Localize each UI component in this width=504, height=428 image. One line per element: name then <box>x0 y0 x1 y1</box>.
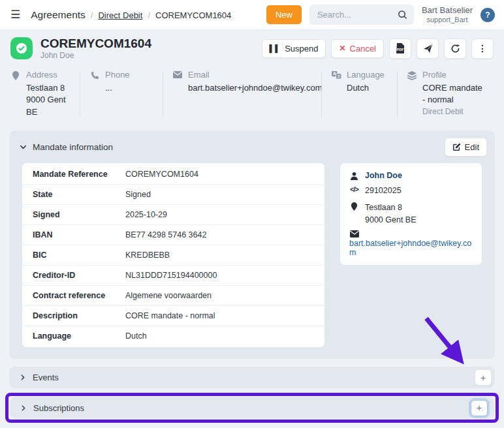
language-value: Dutch <box>347 82 385 95</box>
edit-button[interactable]: Edit <box>445 138 487 157</box>
envelope-icon <box>349 228 359 237</box>
new-button[interactable]: New <box>266 5 302 24</box>
address-line2: 9000 Gent BE <box>26 94 71 119</box>
phone-icon <box>89 70 100 119</box>
field-label: Mandate Reference <box>33 170 119 179</box>
breadcrumb-current: COREMYCOM1604 <box>155 10 231 20</box>
field-row: DescriptionCORE mandate - normal <box>22 306 324 326</box>
chevron-down-icon <box>20 144 27 151</box>
subscriptions-title: Subscriptions <box>33 403 84 413</box>
suspend-label: Suspend <box>285 44 318 54</box>
add-subscription-button[interactable]: + <box>471 400 488 416</box>
customer-address-line2: 9000 Gent BE <box>365 215 417 224</box>
field-row: Creditor-IDNL31DDD715194400000 <box>22 266 324 286</box>
envelope-icon <box>172 70 183 119</box>
phone-block: Phone ... <box>89 70 163 119</box>
divider <box>163 71 163 118</box>
field-label: Language <box>33 331 119 341</box>
profile-value: CORE mandate - normal <box>422 82 484 107</box>
mandate-information-header[interactable]: Mandate information Edit <box>9 130 495 163</box>
field-label: Contract reference <box>33 291 119 300</box>
field-label: IBAN <box>33 230 119 239</box>
chevron-right-icon <box>20 405 27 412</box>
location-pin-icon <box>349 202 359 211</box>
field-value: COREMYCOM1604 <box>125 170 314 179</box>
menu-icon[interactable]: ☰ <box>9 8 24 22</box>
field-value: 2025-10-29 <box>125 210 314 219</box>
field-row: Signed2025-10-29 <box>22 205 324 225</box>
edit-label: Edit <box>465 142 479 152</box>
contact-info-strip: Address Testlaan 8 9000 Gent BE Phone ..… <box>0 66 504 129</box>
email-value: bart.batselier+johndoe@twikey.com <box>188 82 323 95</box>
user-name: Bart Batselier <box>422 5 473 16</box>
field-value: Signed <box>125 190 314 199</box>
divider <box>80 71 80 118</box>
field-value: BE77 4298 5746 3642 <box>125 230 314 239</box>
mandate-information-title: Mandate information <box>33 142 113 152</box>
user-role: support_Bart <box>422 16 473 25</box>
edit-pencil-icon <box>452 143 461 151</box>
language-block: AZ Language Dutch <box>331 70 397 119</box>
field-label: State <box>33 190 119 199</box>
customer-email-link[interactable]: bart.batselier+johndoe@twikey.com <box>349 239 473 257</box>
field-value: KREDBEBB <box>125 251 314 260</box>
user-menu[interactable]: Bart Batselier support_Bart <box>422 5 473 25</box>
search-icon[interactable] <box>398 10 407 20</box>
search-input[interactable] <box>317 10 398 20</box>
email-block: Email bart.batselier+johndoe@twikey.com <box>172 70 321 119</box>
field-row: BICKREDBEBB <box>22 245 324 266</box>
phone-value: ... <box>105 82 130 95</box>
paper-plane-icon <box>423 44 433 54</box>
refresh-button[interactable] <box>444 38 466 59</box>
customer-code: 29102025 <box>365 185 402 197</box>
events-section[interactable]: Events + <box>9 367 495 388</box>
field-value: Algemene voorwaarden <box>125 291 314 300</box>
divider <box>321 71 322 118</box>
breadcrumb-direct-debit[interactable]: Direct Debit <box>98 10 142 20</box>
breadcrumb-agreements[interactable]: Agreements <box>31 9 86 21</box>
kebab-icon: ⋮ <box>478 43 487 54</box>
chevron-right-icon <box>20 374 26 381</box>
mandate-fields-card: Mandate ReferenceCOREMYCOM1604 StateSign… <box>22 163 324 347</box>
breadcrumb-separator: / <box>91 10 93 20</box>
send-button[interactable] <box>417 38 439 59</box>
suspend-button[interactable]: ▌▌ Suspend <box>262 39 326 58</box>
cancel-label: Cancel <box>350 44 376 54</box>
customer-name-link[interactable]: John Doe <box>365 171 402 180</box>
highlight-annotation-box: Subscriptions + <box>5 393 499 423</box>
translate-icon: AZ <box>331 70 341 119</box>
x-icon: ✕ <box>339 44 345 53</box>
profile-label: Profile <box>422 70 484 80</box>
profile-block: Profile CORE mandate - normal Direct Deb… <box>407 70 494 119</box>
field-row: Mandate ReferenceCOREMYCOM1604 <box>22 164 324 185</box>
field-row: Contract referenceAlgemene voorwaarden <box>22 286 324 306</box>
field-label: BIC <box>33 251 119 260</box>
field-row: StateSigned <box>22 185 324 205</box>
field-row: LanguageDutch <box>22 326 324 346</box>
field-value: CORE mandate - normal <box>125 311 314 320</box>
svg-text:Z: Z <box>337 74 339 78</box>
subscriptions-section[interactable]: Subscriptions + <box>10 397 494 418</box>
location-pin-icon <box>10 70 21 119</box>
cancel-button[interactable]: ✕ Cancel <box>331 39 384 58</box>
breadcrumb: Agreements / Direct Debit / COREMYCOM160… <box>31 9 231 21</box>
page-title: COREMYCOM1604 <box>40 37 151 51</box>
add-event-button[interactable]: + <box>475 369 492 386</box>
field-value: Dutch <box>125 331 314 341</box>
email-label: Email <box>188 70 323 80</box>
layers-icon <box>407 70 417 119</box>
field-label: Signed <box>33 210 119 219</box>
top-bar: ☰ Agreements / Direct Debit / COREMYCOM1… <box>0 0 504 30</box>
breadcrumb-separator: / <box>148 10 150 20</box>
search-box[interactable] <box>309 5 414 25</box>
customer-card: John Doe </> 29102025 Testlaan 8 9000 Ge… <box>340 163 482 265</box>
pdf-button[interactable]: PDF <box>389 38 411 59</box>
help-icon[interactable]: ? <box>480 8 495 22</box>
more-actions-button[interactable]: ⋮ <box>471 38 494 59</box>
person-icon <box>349 171 359 180</box>
refresh-icon <box>450 44 460 54</box>
field-value: NL31DDD715194400000 <box>125 271 314 280</box>
page-subtitle: John Doe <box>40 52 151 61</box>
pdf-icon: PDF <box>396 43 405 54</box>
code-icon: </> <box>349 185 359 193</box>
